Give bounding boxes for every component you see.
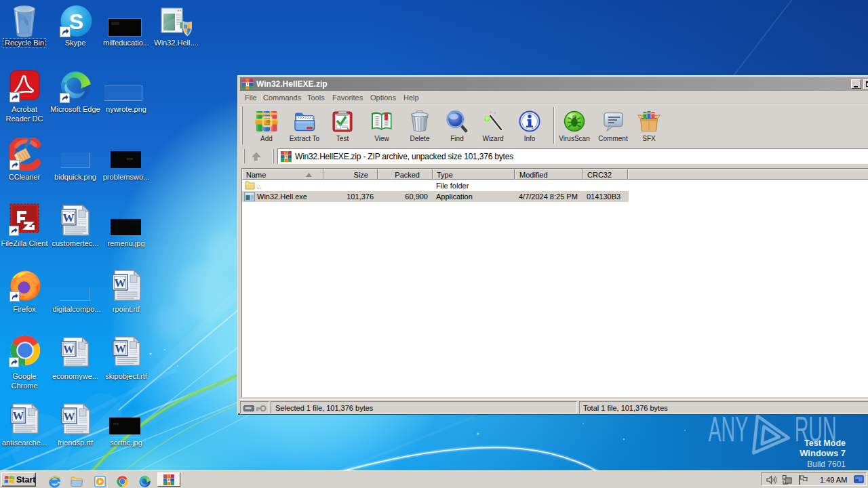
svg-text:S: S (69, 9, 83, 34)
svg-text:Test Mode: Test Mode (804, 439, 846, 448)
svg-text:Windows 7: Windows 7 (800, 448, 846, 458)
svg-text:ANY: ANY (709, 411, 749, 449)
svg-text:Build 7601: Build 7601 (807, 460, 846, 469)
